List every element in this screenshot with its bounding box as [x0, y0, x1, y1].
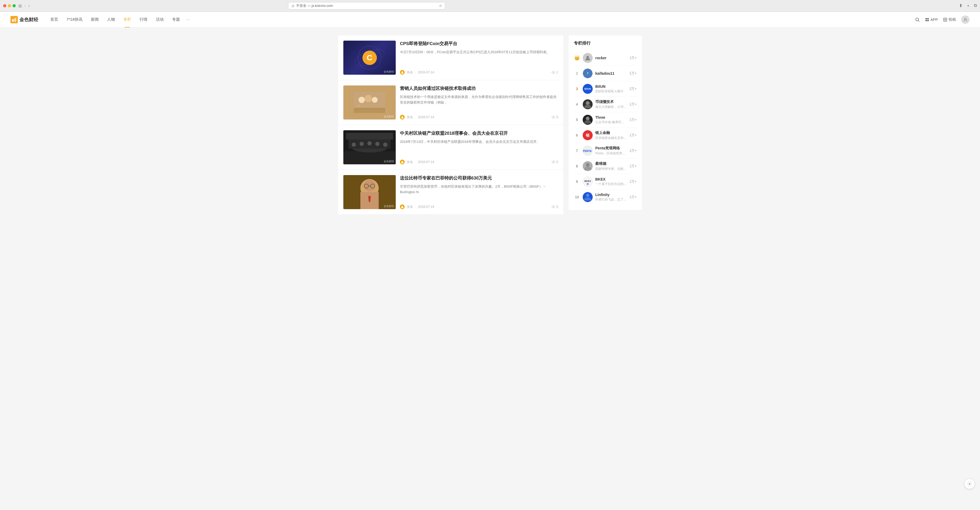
nav-home[interactable]: 首页: [46, 12, 62, 27]
browser-chrome: ⊞ ‹ › ⚠ 不安全 — js.koicms.com ↺ ⬆ ＋ ⧉: [0, 0, 980, 12]
nav-activity[interactable]: 活动: [152, 12, 168, 27]
svg-rect-6: [926, 20, 927, 21]
article-body: 中关村区块链产业联盟2018理事会、会员大会在京召开 2018年7月13日，中关…: [400, 130, 558, 164]
article-desc: 区块链技术的一个用途是验证文件来源的来源，允许为希望在企业级别向代理商销售其工作…: [400, 94, 558, 112]
app-label: APP: [931, 18, 938, 22]
ranking-item-4[interactable]: 4 币须懂技术 每日大势解析，小币... 1万+: [574, 97, 637, 112]
logo[interactable]: 金色财经: [11, 16, 38, 23]
rank-count: 1万+: [629, 102, 637, 107]
security-icon: ⚠: [291, 4, 294, 8]
ranking-item-1[interactable]: 👑 rocker 1万+: [574, 50, 637, 66]
svg-point-61: [587, 183, 589, 185]
ranking-item-6[interactable]: 6 链 链上金融 区块链新金融生态布... 1万+: [574, 128, 637, 143]
user-avatar[interactable]: [961, 16, 969, 24]
main-nav: 首页 7*24快讯 新闻 人物 专栏 行情 活动 专题 ···: [46, 12, 192, 27]
ranking-item-3[interactable]: 3 BitUN BitUN 您的区块链私人银行 2万+: [574, 81, 637, 97]
rank-count: 1万+: [629, 148, 637, 153]
view-count: 0: [552, 205, 558, 209]
address-bar[interactable]: ⚠ 不安全 — js.koicms.com ↺: [288, 2, 445, 10]
sidebar-toggle-icon[interactable]: ⊞: [18, 3, 22, 8]
article-meta: 佚名 · 2018-07-14 0: [400, 159, 558, 164]
rank-count: 1万+: [629, 117, 637, 122]
article-list: C 金色财经 CPS即将登陆FCoin交易平台 今日7月10日00：00分，FC…: [338, 35, 563, 215]
article-title: 营销人员如何通过区块链技术取得成功: [400, 85, 558, 92]
article-item[interactable]: 金色财经 中关村区块链产业联盟2018理事会、会员大会在京召开 2018年7月1…: [338, 125, 563, 170]
app-button[interactable]: APP: [925, 18, 938, 22]
svg-text:BKEX: BKEX: [584, 180, 591, 182]
nav-column[interactable]: 专栏: [119, 12, 135, 27]
rank-name: Linfinity: [595, 193, 627, 197]
nav-news[interactable]: 新闻: [87, 12, 103, 27]
rank-name: 蔡维德: [595, 161, 627, 166]
rank-count: 1万+: [629, 133, 637, 138]
nav-more[interactable]: ···: [184, 17, 192, 22]
rank-sub: 作者忙的飞起，忘了...: [595, 198, 627, 202]
refresh-icon[interactable]: ↺: [439, 4, 442, 8]
contribute-button[interactable]: 投稿: [943, 17, 956, 22]
rank-avatar: [583, 99, 593, 109]
tabs-icon[interactable]: ⧉: [974, 3, 977, 9]
nav-flash[interactable]: 7*24快讯: [62, 12, 87, 27]
svg-point-23: [553, 117, 554, 118]
svg-point-58: [586, 163, 590, 167]
svg-point-51: [588, 103, 590, 104]
rank-number: 6: [574, 133, 580, 137]
logo-icon: [11, 16, 18, 23]
article-title: CPS即将登陆FCoin交易平台: [400, 41, 558, 47]
browser-actions: ⬆ ＋ ⧉: [959, 3, 977, 9]
rank-number: 👑: [574, 55, 580, 61]
rank-info: 蔡维德 国家特聘专家、北航...: [595, 161, 627, 171]
author-name: 佚名: [407, 70, 413, 75]
article-date: 2018-07-14: [418, 160, 434, 164]
minimize-button[interactable]: [8, 4, 11, 7]
article-title: 中关村区块链产业联盟2018理事会、会员大会在京召开: [400, 130, 558, 137]
search-button[interactable]: [915, 17, 920, 22]
article-date: 2018-07-14: [418, 115, 434, 119]
ranking-item-9[interactable]: 9 BKEX BKEX 一个基于社区共识的... 1万+: [574, 174, 637, 190]
ranking-item-8[interactable]: 8 蔡维德 国家特聘专家、北航... 1万+: [574, 159, 637, 174]
ranking-item-10[interactable]: 10 Linfinity 作者忙的飞起，忘了... 1万+: [574, 190, 637, 205]
svg-point-36: [553, 162, 554, 163]
maximize-button[interactable]: [13, 4, 16, 7]
svg-point-31: [375, 142, 379, 146]
rank-count: 1万+: [629, 195, 637, 199]
nav-people[interactable]: 人物: [103, 12, 119, 27]
svg-point-53: [586, 116, 590, 120]
share-icon[interactable]: ⬆: [959, 3, 963, 9]
article-item[interactable]: C 金色财经 CPS即将登陆FCoin交易平台 今日7月10日00：00分，FC…: [338, 35, 563, 80]
site-header: 金色财经 首页 7*24快讯 新闻 人物 专栏 行情 活动 专题 ··· APP…: [0, 12, 980, 27]
rank-sub: 您的区块链私人银行: [595, 89, 627, 94]
svg-point-18: [372, 97, 378, 103]
back-icon[interactable]: ‹: [24, 3, 25, 8]
ranking-item-5[interactable]: 5 Three 公众号作者-极界区... 1万+: [574, 112, 637, 128]
nav-topic[interactable]: 专题: [168, 12, 184, 27]
view-count: 1: [552, 70, 558, 74]
rank-count: 1万+: [629, 164, 637, 169]
logo-text: 金色财经: [19, 16, 38, 23]
contribute-label: 投稿: [948, 17, 956, 22]
traffic-lights: [3, 4, 16, 7]
article-item[interactable]: 金色财经 营销人员如何通过区块链技术取得成功 区块链技术的一个用途是验证文件来源…: [338, 80, 563, 125]
close-button[interactable]: [3, 4, 6, 7]
rank-info: Linfinity 作者忙的飞起，忘了...: [595, 193, 627, 202]
rank-name: Penta梵塔网络: [595, 146, 627, 151]
new-tab-icon[interactable]: ＋: [966, 3, 970, 9]
svg-text:PENTA: PENTA: [583, 150, 592, 153]
ranking-item-2[interactable]: 2 ? kaifadou11 1万+: [574, 66, 637, 81]
svg-point-2: [916, 18, 918, 21]
rank-avatar: [583, 192, 593, 202]
ranking-item-7[interactable]: 7 PENTA Penta梵塔网络 Penta，区块链世界... 1万+: [574, 143, 637, 159]
article-thumbnail: 金色财经: [343, 130, 396, 164]
svg-point-30: [368, 141, 372, 145]
rank-avatar: 链: [583, 130, 593, 140]
author-name: 佚名: [407, 160, 413, 164]
forward-icon[interactable]: ›: [28, 3, 30, 8]
nav-market[interactable]: 行情: [135, 12, 152, 27]
svg-rect-7: [928, 20, 929, 21]
rank-name: BitUN: [595, 84, 627, 89]
rank-info: kaifadou11: [595, 71, 627, 75]
article-body: 营销人员如何通过区块链技术取得成功 区块链技术的一个用途是验证文件来源的来源，允…: [400, 85, 558, 120]
article-date: 2018-07-14: [418, 205, 434, 209]
svg-line-3: [918, 21, 919, 21]
article-item[interactable]: 金色财经 这位比特币专家在巴菲特的公司获得630万美元 尽管巴菲特厌恶加密货币，…: [338, 170, 563, 215]
